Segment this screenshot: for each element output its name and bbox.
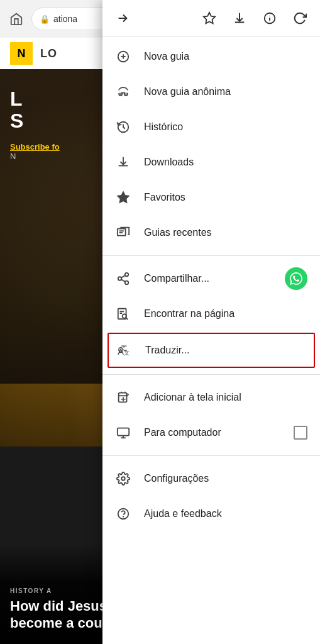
article-header: L S Subscribe fo N [10,88,60,161]
encontrar-pagina-label: Encontrar na página [144,308,307,319]
menu-item-adicionar-tela[interactable]: Adicionar à tela inicial [102,380,320,415]
svg-line-26 [121,275,125,278]
menu-item-configuracoes[interactable]: Configurações [102,461,320,496]
svg-rect-35 [118,428,129,436]
help-icon [115,507,131,521]
menu-item-traduzir[interactable]: G 文 Traduzir... [108,333,315,368]
svg-marker-18 [118,192,129,203]
add-home-icon [115,391,131,404]
svg-point-24 [125,281,129,285]
menu-divider-3 [102,455,320,456]
recent-tabs-icon [115,226,131,240]
menu-section-4: Configurações Ajuda e feedback [102,458,320,534]
adicionar-tela-label: Adicionar à tela inicial [144,392,307,403]
historico-label: Histórico [144,121,307,133]
ajuda-feedback-label: Ajuda e feedback [144,508,307,519]
menu-item-historico[interactable]: Histórico [102,109,320,145]
nova-guia-label: Nova guia [144,51,307,62]
menu-toolbar [102,0,320,36]
address-text: ationa [53,14,77,24]
favorites-icon [115,191,131,204]
menu-item-ajuda-feedback[interactable]: Ajuda e feedback [102,496,320,531]
para-computador-label: Para computador [144,427,281,438]
menu-refresh-button[interactable] [287,6,312,31]
menu-item-para-computador[interactable]: Para computador [102,415,320,450]
svg-point-6 [269,15,270,16]
menu-item-downloads[interactable]: Downloads [102,145,320,180]
subscribe-link[interactable]: Subscribe fo [10,142,60,152]
svg-point-23 [118,277,122,280]
history-icon [115,120,131,134]
subscribe-text: Subscribe fo N [10,142,60,161]
menu-info-button[interactable] [257,6,282,31]
svg-rect-13 [118,90,121,92]
incognito-icon [115,85,131,99]
menu-item-encontrar-pagina[interactable]: Encontrar na página [102,296,320,331]
desktop-icon [115,426,131,440]
article-headline: L S [10,88,60,132]
compartilhar-label: Compartilhar... [144,273,272,284]
whatsapp-badge [285,267,307,290]
menu-section-2: Compartilhar... Encontrar na página [102,258,320,372]
ng-title: LO [40,47,57,60]
menu-download-button[interactable] [227,6,252,31]
menu-item-favoritos[interactable]: Favoritos [102,180,320,215]
home-button[interactable] [5,8,28,30]
menu-item-nova-guia[interactable]: Nova guia [102,39,320,74]
menu-divider-1 [102,255,320,256]
menu-section-3: Adicionar à tela inicial Para computador [102,377,320,453]
menu-forward-button[interactable] [110,6,135,31]
menu-star-button[interactable] [197,6,222,31]
browser-menu: Nova guia Nova guia anônima [102,0,320,644]
ng-logo: N [10,42,33,65]
svg-point-16 [125,93,127,95]
favoritos-label: Favoritos [144,192,307,203]
svg-point-38 [121,477,125,480]
share-icon [115,272,131,286]
svg-line-25 [121,279,125,282]
desktop-checkbox[interactable] [294,426,307,440]
menu-item-nova-guia-anonima[interactable]: Nova guia anônima [102,74,320,109]
svg-line-29 [126,318,128,319]
translate-icon: G 文 [116,343,133,357]
svg-text:文: 文 [124,350,130,356]
svg-marker-3 [204,12,215,23]
find-in-page-icon [115,307,131,321]
menu-item-compartilhar[interactable]: Compartilhar... [102,261,320,296]
downloads-icon [115,155,131,169]
menu-section-1: Nova guia Nova guia anônima [102,36,320,253]
svg-point-22 [125,273,129,277]
lock-icon: 🔒 [40,14,50,24]
svg-rect-34 [119,393,127,402]
guias-recentes-label: Guias recentes [144,227,307,238]
menu-divider-2 [102,374,320,375]
traduzir-label: Traduzir... [145,345,306,356]
configuracoes-label: Configurações [144,473,307,484]
menu-item-guias-recentes[interactable]: Guias recentes [102,215,320,250]
svg-point-15 [119,93,121,95]
new-tab-icon [115,50,131,64]
settings-icon [115,472,131,486]
svg-rect-14 [125,90,129,92]
downloads-label: Downloads [144,157,307,168]
nova-guia-anonima-label: Nova guia anônima [144,86,307,97]
